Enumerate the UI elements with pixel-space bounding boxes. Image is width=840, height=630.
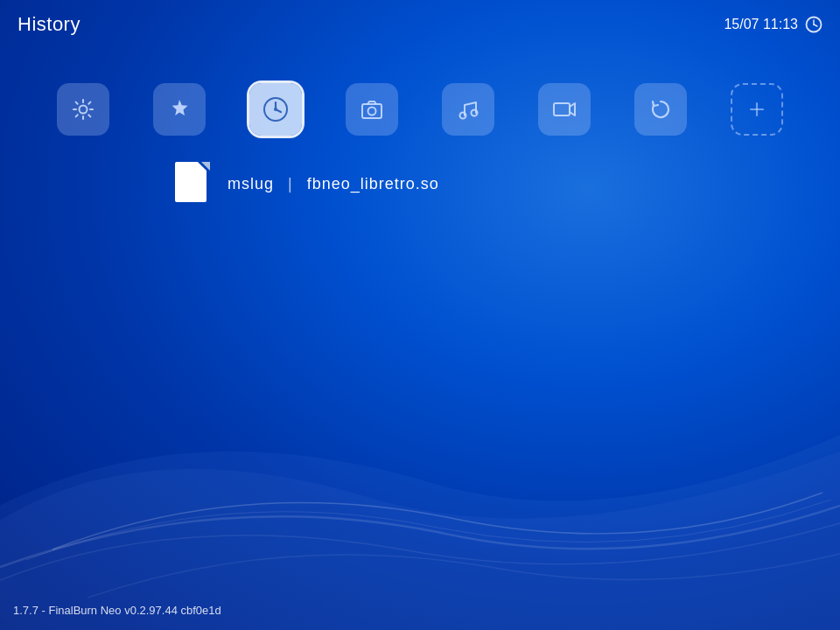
- clock-icon: [805, 16, 822, 33]
- header: History 15/07 11:13: [0, 0, 840, 48]
- file-info: mslug | fbneo_libretro.so: [228, 175, 439, 193]
- video-icon: [552, 97, 577, 122]
- settings-icon: [71, 97, 95, 122]
- separator: |: [288, 175, 293, 192]
- network-button[interactable]: [634, 83, 687, 136]
- star-icon: [167, 97, 192, 122]
- history-button[interactable]: [249, 83, 302, 136]
- add-button[interactable]: [731, 83, 783, 136]
- svg-point-3: [80, 106, 88, 114]
- file-icon: [175, 162, 210, 206]
- version-text: 1.7.7 - FinalBurn Neo v0.2.97.44 cbf0e1d: [13, 604, 221, 617]
- music-button[interactable]: [442, 83, 494, 136]
- game-name: mslug: [228, 175, 274, 192]
- page-title: History: [18, 13, 80, 36]
- music-icon: [456, 97, 480, 122]
- svg-rect-12: [554, 103, 570, 116]
- camera-icon: [360, 97, 384, 122]
- favorites-button[interactable]: [153, 83, 206, 136]
- footer: 1.7.7 - FinalBurn Neo v0.2.97.44 cbf0e1d: [13, 604, 221, 617]
- core-name: fbneo_libretro.so: [307, 175, 439, 192]
- icon-bar: [0, 83, 840, 136]
- history-clock-icon: [262, 95, 290, 123]
- video-button[interactable]: [538, 83, 591, 136]
- screenshot-button[interactable]: [346, 83, 398, 136]
- datetime-text: 15/07 11:13: [724, 17, 798, 32]
- settings-button[interactable]: [57, 83, 109, 136]
- header-datetime: 15/07 11:13: [724, 16, 822, 33]
- svg-rect-8: [362, 104, 382, 118]
- svg-point-7: [274, 108, 277, 111]
- svg-line-2: [814, 24, 817, 26]
- svg-point-9: [368, 108, 376, 116]
- refresh-icon: [648, 97, 673, 122]
- plus-icon: [745, 97, 769, 122]
- content-area: mslug | fbneo_libretro.so: [175, 162, 439, 206]
